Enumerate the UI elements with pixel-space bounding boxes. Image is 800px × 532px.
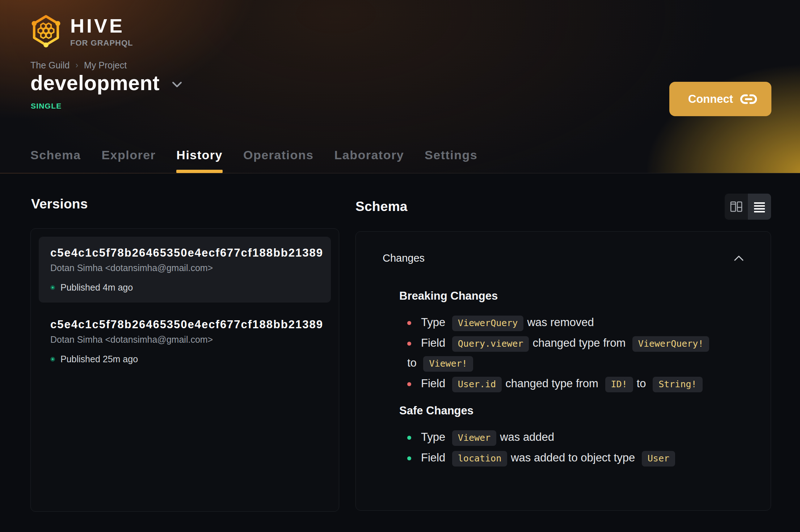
version-hash: c5e4c1c5f78b26465350e4ecf677cf188bb21389 (50, 246, 319, 259)
link-icon (740, 92, 757, 106)
version-author: Dotan Simha <dotansimha@gmail.com> (50, 334, 319, 345)
target-title-row: development (30, 71, 183, 95)
code-chip: ID! (605, 377, 633, 392)
bullet-icon (407, 321, 411, 325)
tab-operations[interactable]: Operations (243, 137, 313, 173)
hive-logo-icon (30, 13, 62, 51)
breaking-changes-heading: Breaking Changes (399, 290, 771, 303)
changes-body: Breaking Changes Type ViewerQuerywas rem… (356, 290, 771, 468)
status-dot-icon (50, 357, 55, 362)
breadcrumb-project[interactable]: My Project (84, 60, 127, 71)
versions-panel: c5e4c1c5f78b26465350e4ecf677cf188bb21389… (30, 228, 339, 512)
bullet-icon (407, 382, 411, 386)
code-chip: Viewer (452, 430, 496, 446)
breadcrumb-separator-icon: › (75, 60, 78, 70)
tab-bar: SchemaExplorerHistoryOperationsLaborator… (30, 137, 477, 173)
tab-schema[interactable]: Schema (30, 137, 81, 173)
hive-history-page: HIVE FOR GRAPHQL The Guild › My Project … (0, 0, 800, 532)
brand-tagline: FOR GRAPHQL (70, 38, 133, 48)
code-chip: Query.viewer (452, 336, 529, 352)
bullet-icon (407, 342, 411, 346)
versions-heading: Versions (31, 197, 339, 212)
schema-heading-row: Schema (355, 194, 771, 220)
change-item: Field User.idchanged type from ID!to Str… (407, 374, 745, 394)
code-chip: location (452, 451, 507, 466)
change-item: Field Query.viewerchanged type from View… (407, 333, 745, 373)
version-status: Published 4m ago (60, 282, 133, 293)
version-status-row: Published 4m ago (50, 282, 319, 293)
tab-laboratory[interactable]: Laboratory (334, 137, 404, 173)
connect-label: Connect (688, 93, 733, 106)
logo-text: HIVE FOR GRAPHQL (70, 16, 133, 48)
breadcrumb-org[interactable]: The Guild (30, 60, 70, 71)
header: HIVE FOR GRAPHQL The Guild › My Project … (0, 0, 800, 173)
columns-view-button[interactable] (725, 194, 748, 220)
change-item: Type ViewerQuerywas removed (407, 313, 745, 333)
view-toggle (725, 194, 771, 220)
breaking-changes-list: Type ViewerQuerywas removed Field Query.… (407, 313, 745, 394)
breadcrumb: The Guild › My Project (30, 60, 127, 71)
code-chip: Viewer! (423, 356, 473, 372)
version-status: Published 25m ago (60, 354, 138, 364)
safe-changes-list: Type Viewerwas added Field locationwas a… (407, 427, 745, 468)
version-item[interactable]: c5e4c1c5f78b26465350e4ecf677cf188bb21389… (39, 308, 331, 374)
versions-column: Versions c5e4c1c5f78b26465350e4ecf677cf1… (30, 173, 339, 512)
columns-layout-icon (730, 200, 743, 213)
brand-name: HIVE (70, 16, 133, 35)
page-title: development (30, 71, 160, 95)
tab-settings[interactable]: Settings (425, 137, 477, 173)
tab-history[interactable]: History (176, 137, 223, 173)
chevron-up-icon (733, 255, 745, 262)
target-type-badge: SINGLE (31, 102, 62, 110)
schema-column: Schema (355, 173, 771, 512)
connect-button[interactable]: Connect (669, 82, 771, 116)
code-chip: User.id (452, 377, 502, 392)
list-rows-icon (753, 200, 766, 213)
code-chip: User (642, 451, 675, 466)
changes-title: Changes (383, 252, 425, 264)
changes-collapse-header[interactable]: Changes (356, 232, 771, 264)
version-hash: c5e4c1c5f78b26465350e4ecf677cf188bb21389 (50, 318, 319, 331)
tab-explorer[interactable]: Explorer (101, 137, 156, 173)
code-chip: ViewerQuery (452, 316, 524, 331)
content: Versions c5e4c1c5f78b26465350e4ecf677cf1… (0, 173, 800, 512)
logo[interactable]: HIVE FOR GRAPHQL (30, 13, 133, 51)
status-dot-icon (50, 285, 55, 290)
version-status-row: Published 25m ago (50, 354, 319, 364)
code-chip: ViewerQuery! (632, 336, 710, 352)
safe-changes-heading: Safe Changes (399, 404, 771, 417)
version-item[interactable]: c5e4c1c5f78b26465350e4ecf677cf188bb21389… (39, 237, 331, 303)
code-chip: String! (653, 377, 702, 392)
version-author: Dotan Simha <dotansimha@gmail.com> (50, 263, 319, 273)
changes-panel: Changes Breaking Changes Type ViewerQuer… (355, 231, 771, 511)
bullet-icon (407, 456, 411, 460)
schema-heading: Schema (355, 199, 408, 214)
chevron-down-icon[interactable] (171, 81, 183, 89)
change-item: Type Viewerwas added (407, 427, 745, 447)
change-item: Field locationwas added to object type U… (407, 448, 745, 468)
list-view-button[interactable] (748, 194, 771, 220)
bullet-icon (407, 436, 411, 440)
